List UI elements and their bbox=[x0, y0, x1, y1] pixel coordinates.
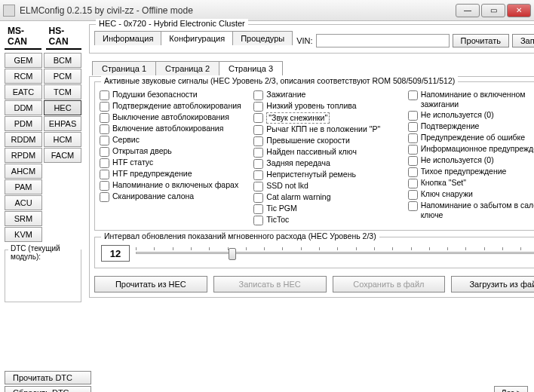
load-file-button[interactable]: Загрузить из файла bbox=[451, 276, 534, 292]
signal-checkbox[interactable]: Cat alarm warning bbox=[253, 192, 404, 203]
signal-checkbox[interactable]: HTF статус bbox=[100, 158, 250, 168]
signal-checkbox[interactable]: Не используется (0) bbox=[408, 110, 534, 121]
module-button-srm[interactable]: SRM bbox=[5, 211, 42, 226]
signal-checkbox[interactable]: Сканирование салона bbox=[100, 191, 250, 202]
dtc-group: DTC (текущий модуль): bbox=[5, 250, 81, 302]
signal-checkbox[interactable]: SSD not lkd bbox=[253, 181, 404, 191]
module-button-acu[interactable]: ACU bbox=[5, 195, 42, 210]
signal-checkbox[interactable]: Сервис bbox=[100, 135, 250, 145]
signal-checkbox[interactable]: Зажигание bbox=[253, 90, 404, 100]
page-tab-3[interactable]: Страница 3 bbox=[219, 61, 283, 75]
signal-checkbox[interactable]: Tic PGM bbox=[253, 204, 404, 214]
read-button[interactable]: Прочитать bbox=[453, 34, 509, 47]
vin-label: VIN: bbox=[296, 36, 312, 45]
write-button[interactable]: Записать bbox=[512, 34, 534, 47]
signal-checkbox[interactable]: Ключ снаружи bbox=[408, 189, 534, 200]
signal-checkbox[interactable]: Напоминание о забытом в салоне ключе bbox=[408, 201, 534, 220]
signal-checkbox[interactable]: Открытая дверь bbox=[100, 146, 250, 157]
signal-checkbox[interactable]: Рычаг КПП не в положении "P" bbox=[253, 124, 404, 135]
module-button-pam[interactable]: PAM bbox=[5, 179, 42, 194]
interval-group: Интервал обновления показаний мгновенног… bbox=[94, 237, 534, 268]
signal-checkbox[interactable]: Непристегнутый ремень bbox=[253, 170, 404, 180]
tab-info[interactable]: Информация bbox=[94, 31, 161, 45]
tab-procedures[interactable]: Процедуры bbox=[232, 31, 293, 45]
signal-checkbox[interactable]: Кнопка "Set" bbox=[408, 178, 534, 188]
signal-checkbox[interactable]: Напоминание о включенном зажигании bbox=[408, 90, 534, 109]
module-button-bcm[interactable]: BCM bbox=[44, 53, 81, 68]
minimize-button[interactable]: — bbox=[456, 4, 480, 17]
module-title: HEC - 0x720 - Hybrid Electronic Cluster bbox=[96, 19, 248, 28]
module-header-group: HEC - 0x720 - Hybrid Electronic Cluster … bbox=[89, 24, 534, 54]
signal-checkbox[interactable]: Низкий уровень топлива bbox=[253, 101, 404, 112]
module-button-rpdm[interactable]: RPDM bbox=[5, 148, 42, 163]
window-title: ELMConfig 0.2.15 by civil-zz - Offline m… bbox=[20, 5, 456, 16]
signal-checkbox[interactable]: Подушки безопасности bbox=[100, 90, 250, 100]
signal-checkbox[interactable]: Не используется (0) bbox=[408, 155, 534, 166]
module-button-pdm[interactable]: PDM bbox=[5, 116, 42, 131]
signal-checkbox[interactable]: Подтверждение автоблокирования bbox=[100, 101, 250, 112]
module-button-tcm[interactable]: TCM bbox=[44, 84, 81, 100]
dtc-label: DTC (текущий модуль): bbox=[8, 244, 81, 261]
page-tab-1[interactable]: Страница 1 bbox=[92, 61, 156, 75]
signal-checkbox[interactable]: Выключение автоблокирования bbox=[100, 112, 250, 123]
app-icon bbox=[3, 5, 15, 17]
signal-checkbox[interactable]: HTF предупреждение bbox=[100, 169, 250, 179]
page-tab-2[interactable]: Страница 2 bbox=[155, 61, 219, 75]
log-button[interactable]: Лог > bbox=[494, 386, 528, 392]
module-button-gem[interactable]: GEM bbox=[5, 53, 42, 68]
interval-value: 12 bbox=[101, 245, 130, 262]
module-button-ehpas[interactable]: EHPAS bbox=[44, 116, 81, 131]
tab-config[interactable]: Конфигурация bbox=[161, 31, 233, 45]
save-file-button[interactable]: Сохранить в файл bbox=[333, 276, 446, 292]
module-button-rcm[interactable]: RCM bbox=[5, 69, 42, 84]
signal-checkbox[interactable]: Напоминание о включеных фарах bbox=[100, 180, 250, 191]
read-hec-button[interactable]: Прочитать из HEC bbox=[94, 276, 207, 292]
maximize-button[interactable]: ▭ bbox=[481, 4, 505, 17]
module-button-kvm[interactable]: KVM bbox=[5, 227, 42, 242]
read-dtc-button[interactable]: Прочитать DTC bbox=[5, 371, 91, 384]
module-button-ddm[interactable]: DDM bbox=[5, 100, 42, 115]
signal-checkbox[interactable]: Подтверждение bbox=[408, 121, 534, 132]
signals-title: Активные звуковые сигналы (HEC Уровень 2… bbox=[101, 76, 458, 85]
module-button-hcm[interactable]: HCM bbox=[44, 132, 81, 147]
module-button-rddm[interactable]: RDDM bbox=[5, 132, 42, 147]
signal-checkbox[interactable]: Задняя передача bbox=[253, 158, 404, 169]
module-button-ahcm[interactable]: AHCM bbox=[5, 164, 42, 179]
signal-checkbox[interactable]: "Звук снежинки" bbox=[253, 112, 404, 124]
module-button-pcm[interactable]: PCM bbox=[44, 69, 81, 84]
module-button-eatc[interactable]: EATC bbox=[5, 84, 42, 100]
reset-dtc-button[interactable]: Сбросить DTC bbox=[5, 386, 91, 392]
bus-tab-mscan[interactable]: MS-CAN bbox=[5, 24, 41, 50]
module-button-hec[interactable]: HEC bbox=[44, 100, 81, 115]
signal-checkbox[interactable]: Превышение скорости bbox=[253, 136, 404, 146]
signal-checkbox[interactable]: Включение автоблокирования bbox=[100, 124, 250, 134]
window-titlebar: ELMConfig 0.2.15 by civil-zz - Offline m… bbox=[0, 0, 534, 21]
module-button-facm[interactable]: FACM bbox=[44, 148, 81, 163]
signal-checkbox[interactable]: Информационное предупреждение bbox=[408, 144, 534, 155]
write-hec-button[interactable]: Записать в HEC bbox=[213, 276, 327, 292]
vin-input[interactable] bbox=[316, 34, 450, 47]
bus-tab-hscan[interactable]: HS-CAN bbox=[46, 24, 81, 50]
interval-slider[interactable] bbox=[136, 246, 534, 261]
signal-checkbox[interactable]: Предупреждение об ошибке bbox=[408, 133, 534, 143]
signals-group: Активные звуковые сигналы (HEC Уровень 2… bbox=[94, 81, 534, 231]
close-button[interactable]: ✕ bbox=[507, 4, 531, 17]
signal-checkbox[interactable]: TicToc bbox=[253, 215, 404, 225]
signal-checkbox[interactable]: Найден пассивный ключ bbox=[253, 147, 404, 158]
interval-title: Интервал обновления показаний мгновенног… bbox=[101, 231, 379, 240]
signal-checkbox[interactable]: Тихое предупреждение bbox=[408, 167, 534, 177]
